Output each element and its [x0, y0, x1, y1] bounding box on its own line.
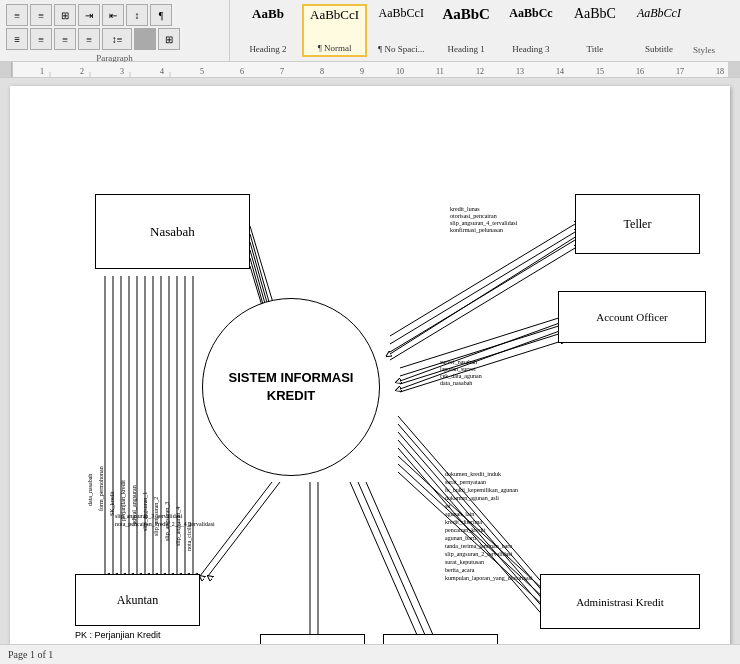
list-btn-2[interactable]: ≡ — [30, 4, 52, 26]
svg-text:12: 12 — [476, 67, 484, 76]
svg-text:15: 15 — [596, 67, 604, 76]
svg-line-54 — [398, 448, 545, 618]
svg-line-41 — [390, 237, 580, 352]
svg-line-55 — [398, 456, 545, 591]
svg-text:jadwal_angsuran: jadwal_angsuran — [131, 485, 137, 527]
svg-line-44 — [400, 316, 565, 368]
line-spacing-btn[interactable]: ↕≡ — [102, 28, 132, 50]
svg-text:pencairan_kredit: pencairan_kredit — [445, 527, 486, 533]
svg-text:tanda_terima_jaminan_baru: tanda_terima_jaminan_baru — [445, 543, 512, 549]
svg-line-59 — [208, 482, 280, 576]
svg-text:data_nasabah: data_nasabah — [87, 474, 93, 506]
svg-line-42 — [390, 245, 580, 360]
style-heading3-label: Heading 3 — [512, 44, 549, 54]
svg-line-46 — [400, 332, 565, 384]
account-officer-box: Account Officer — [558, 291, 706, 343]
account-officer-label: Account Officer — [596, 311, 668, 323]
svg-text:11: 11 — [436, 67, 444, 76]
svg-line-40 — [390, 229, 580, 344]
svg-line-53 — [398, 440, 545, 610]
svg-text:stt: stt — [445, 503, 451, 509]
svg-line-48 — [400, 321, 565, 381]
svg-text:16: 16 — [636, 67, 644, 76]
svg-text:slip_angsuran_2_tervalidasi: slip_angsuran_2_tervalidasi — [445, 551, 513, 557]
style-nospace-preview: AaBbCcI — [379, 7, 424, 19]
statusbar: Page 1 of 1 — [0, 644, 740, 664]
list-btn-1[interactable]: ≡ — [6, 4, 28, 26]
teller-box: Teller — [575, 194, 700, 254]
svg-line-76 — [366, 482, 451, 644]
administrasi-box: Administrasi Kredit — [540, 574, 700, 629]
customer-services-box: Customer Services — [383, 634, 498, 644]
list-btn-3[interactable]: ⊞ — [54, 4, 76, 26]
style-heading3-preview: AaBbCc — [509, 7, 552, 19]
align-center-btn[interactable]: ≡ — [30, 28, 52, 50]
style-heading1-label: Heading 1 — [448, 44, 485, 54]
svg-text:surat_pernyataan: surat_pernyataan — [445, 479, 486, 485]
svg-line-56 — [398, 464, 545, 599]
svg-line-39 — [390, 221, 580, 336]
style-nospace[interactable]: AaBbCcI ¶ No Spaci... — [371, 4, 431, 57]
pk-caption: PK : Perjanjian Kredit — [75, 630, 161, 640]
style-normal[interactable]: AaBbCcI ¶ Normal — [302, 4, 367, 57]
svg-text:2: 2 — [80, 67, 84, 76]
toolbar: ≡ ≡ ⊞ ⇥ ⇤ ↕ ¶ ≡ ≡ ≡ ≡ ↕≡ ⊞ Paragraph AaB… — [0, 0, 740, 62]
toolbar-row-1: ≡ ≡ ⊞ ⇥ ⇤ ↕ ¶ — [6, 4, 223, 26]
align-justify-btn[interactable]: ≡ — [78, 28, 100, 50]
style-heading1[interactable]: AaBbC Heading 1 — [435, 4, 497, 57]
svg-text:surat_keputusan: surat_keputusan — [445, 559, 484, 565]
svg-text:1: 1 — [40, 67, 44, 76]
align-right-btn[interactable]: ≡ — [54, 28, 76, 50]
svg-rect-0 — [0, 62, 740, 78]
svg-line-51 — [398, 424, 545, 594]
svg-text:fc_bukti_kepemilikan_agunan: fc_bukti_kepemilikan_agunan — [445, 487, 518, 493]
indent-btn-1[interactable]: ⇥ — [78, 4, 100, 26]
svg-text:13: 13 — [516, 67, 524, 76]
svg-line-74 — [350, 482, 435, 644]
indent-btn-2[interactable]: ⇤ — [102, 4, 124, 26]
shading-btn[interactable] — [134, 28, 156, 50]
svg-text:slip_angsuran_3_tervalidasi: slip_angsuran_3_tervalidasi — [115, 513, 183, 519]
administrasi-label: Administrasi Kredit — [576, 596, 664, 608]
paragraph-toolbar: ≡ ≡ ⊞ ⇥ ⇤ ↕ ¶ ≡ ≡ ≡ ≡ ↕≡ ⊞ Paragraph — [0, 0, 230, 61]
svg-text:4: 4 — [160, 67, 164, 76]
sort-btn[interactable]: ↕ — [126, 4, 148, 26]
svg-text:18: 18 — [716, 67, 724, 76]
svg-text:kredit_lunas: kredit_lunas — [450, 206, 480, 212]
svg-text:dokumen_kredit_induk: dokumen_kredit_induk — [445, 471, 501, 477]
svg-text:7: 7 — [280, 67, 284, 76]
svg-text:slip_angsuran_4: slip_angsuran_4 — [175, 507, 181, 546]
para-mark-btn[interactable]: ¶ — [150, 4, 172, 26]
style-heading1-preview: AaBbC — [442, 7, 490, 22]
svg-text:dokumen_agunan_asli: dokumen_agunan_asli — [445, 495, 499, 501]
style-heading3[interactable]: AaBbCc Heading 3 — [501, 4, 561, 57]
document-page: data_nasabah form_permohonan SK_kredit p… — [10, 86, 730, 644]
svg-text:8: 8 — [320, 67, 324, 76]
circle-title-2: KREDIT — [229, 387, 354, 405]
akuntan-label: Akuntan — [117, 593, 158, 608]
svg-text:nota_cicilan: nota_cicilan — [186, 522, 192, 551]
style-heading2[interactable]: AaBb Heading 2 — [238, 4, 298, 57]
ruler-content: // draw ticks inline via text 1 2 3 4 5 … — [0, 62, 740, 77]
style-nospace-label: ¶ No Spaci... — [378, 44, 424, 54]
style-subtitle-label: Subtitle — [645, 44, 673, 54]
svg-text:6: 6 — [240, 67, 244, 76]
dfd-diagram: data_nasabah form_permohonan SK_kredit p… — [10, 86, 730, 644]
align-left-btn[interactable]: ≡ — [6, 28, 28, 50]
document-area: data_nasabah form_permohonan SK_kredit p… — [0, 78, 740, 644]
svg-line-43 — [390, 234, 580, 354]
svg-text:5: 5 — [200, 67, 204, 76]
style-title-preview: AaBbC — [574, 7, 616, 21]
style-title-label: Title — [587, 44, 604, 54]
svg-text:kredit_diterima: kredit_diterima — [445, 519, 482, 525]
style-subtitle[interactable]: AaBbCcI Subtitle — [629, 4, 689, 57]
border-btn[interactable]: ⊞ — [158, 28, 180, 50]
style-title[interactable]: AaBbC Title — [565, 4, 625, 57]
direktur-box: Direktur — [260, 634, 365, 644]
style-normal-label: ¶ Normal — [318, 43, 352, 53]
svg-text:kumpulan_laporan_yang_diotoris: kumpulan_laporan_yang_diotorisasi — [445, 575, 533, 581]
style-heading2-label: Heading 2 — [249, 44, 286, 54]
svg-line-47 — [400, 340, 565, 392]
svg-rect-1 — [0, 62, 12, 78]
svg-line-45 — [400, 324, 565, 376]
